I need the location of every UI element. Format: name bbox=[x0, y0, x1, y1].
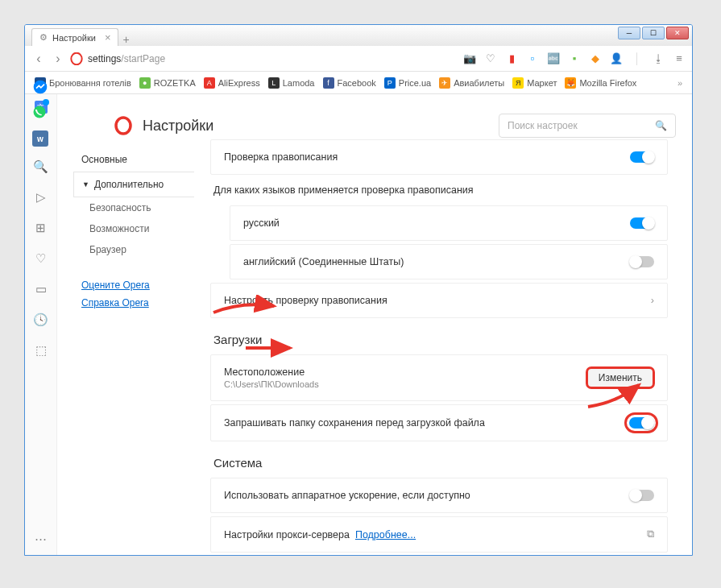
heart-icon[interactable]: ♡ bbox=[484, 52, 497, 65]
download-icon[interactable]: ⭳ bbox=[652, 52, 665, 65]
external-link-icon: ⧉ bbox=[647, 528, 654, 540]
close-icon[interactable]: × bbox=[105, 31, 111, 43]
toolbar-icons: 📷 ♡ ▮ ▫ 🔤 ▪ ◆ 👤 │ ⭳ ≡ bbox=[463, 52, 686, 65]
blocker-icon[interactable]: ▮ bbox=[505, 52, 518, 65]
lang-russian-toggle[interactable] bbox=[630, 217, 654, 229]
news-icon[interactable]: ▭ bbox=[33, 281, 49, 297]
sidebar-advanced[interactable]: ▼ Дополнительно bbox=[73, 172, 194, 197]
new-tab-button[interactable]: + bbox=[118, 33, 135, 46]
change-location-button[interactable]: Изменить bbox=[586, 367, 654, 388]
bookmark-favicon: 🦊 bbox=[565, 77, 576, 89]
hw-accel-row: Использовать аппаратное ускорение, если … bbox=[210, 478, 668, 513]
location-path: C:\Users\ПК\Downloads bbox=[224, 379, 319, 389]
location-label: Местоположение bbox=[224, 366, 319, 378]
bookmark-item[interactable]: PPrice.ua bbox=[381, 77, 434, 89]
bookmark-favicon: ● bbox=[139, 77, 151, 89]
settings-title: Настройки bbox=[114, 116, 213, 135]
proxy-row[interactable]: Настройки прокси-сервера Подробнее... ⧉ bbox=[210, 516, 668, 553]
bookmark-label: Lamoda bbox=[283, 78, 315, 88]
spellcheck-langs-label: Для каких языков применяется проверка пр… bbox=[210, 178, 668, 205]
tab-title: Настройки bbox=[52, 33, 96, 43]
bookmark-item[interactable]: LLamoda bbox=[265, 77, 318, 89]
camera-icon[interactable]: 📷 bbox=[463, 52, 476, 65]
history-icon[interactable]: 🕓 bbox=[33, 312, 49, 328]
system-heading: Система bbox=[213, 456, 668, 470]
setting-label: Использовать аппаратное ускорение, если … bbox=[224, 490, 470, 501]
speed-dial-icon[interactable]: ⊞ bbox=[33, 220, 49, 236]
menu-icon[interactable]: ≡ bbox=[673, 52, 686, 65]
chevron-down-icon: ▼ bbox=[82, 180, 89, 188]
download-location-row: Местоположение C:\Users\ПК\Downloads Изм… bbox=[210, 354, 668, 401]
bookmark-item[interactable]: fFacebook bbox=[320, 77, 379, 89]
divider: │ bbox=[631, 52, 644, 65]
maximize-button[interactable]: ☐ bbox=[642, 27, 665, 39]
bookmark-item[interactable]: ЯМаркет bbox=[509, 77, 560, 89]
sidebar-security[interactable]: Безопасность bbox=[81, 197, 194, 218]
address-bar: ‹ › settings/startPage 📷 ♡ ▮ ▫ 🔤 ▪ ◆ 👤 │… bbox=[25, 46, 692, 72]
help-opera-link[interactable]: Справка Opera bbox=[81, 294, 194, 312]
bookmarks-bar: BБронювання готелів ●ROZETKA AAliExpress… bbox=[25, 72, 692, 94]
bookmark-favicon: ✈ bbox=[439, 77, 450, 89]
search-placeholder: Поиск настроек bbox=[508, 120, 578, 131]
ext-icon-1[interactable]: ▪ bbox=[568, 52, 581, 65]
browser-window: ⚙ Настройки × + ─ ☐ ✕ ‹ › settings/start… bbox=[24, 24, 693, 556]
lang-english-toggle[interactable] bbox=[630, 256, 654, 267]
translate-icon[interactable]: 🔤 bbox=[547, 52, 560, 65]
bookmark-item[interactable]: 🦊Mozilla Firefox bbox=[561, 77, 640, 89]
opera-icon bbox=[70, 52, 83, 65]
bookmark-item[interactable]: ●ROZETKA bbox=[136, 77, 199, 89]
bookmark-item[interactable]: ✈Авиабилеты bbox=[436, 77, 508, 89]
sidebar-features[interactable]: Возможности bbox=[81, 218, 194, 239]
gear-icon: ⚙ bbox=[39, 33, 48, 43]
profile-icon[interactable]: 👤 bbox=[610, 52, 623, 65]
url-host: settings bbox=[88, 53, 121, 64]
hw-accel-toggle[interactable] bbox=[630, 490, 654, 501]
messenger-icon[interactable] bbox=[31, 77, 50, 97]
vk-icon[interactable]: w bbox=[32, 130, 48, 147]
heart-rail-icon[interactable]: ♡ bbox=[33, 251, 49, 267]
opera-logo-icon bbox=[114, 116, 133, 135]
rate-opera-link[interactable]: Оцените Opera bbox=[81, 276, 194, 294]
search-settings-input[interactable]: Поиск настроек 🔍 bbox=[499, 114, 676, 138]
tab-settings[interactable]: ⚙ Настройки × bbox=[31, 28, 118, 46]
flow-icon[interactable]: ▷ bbox=[33, 189, 49, 205]
whatsapp-icon[interactable] bbox=[32, 105, 48, 121]
bookmark-label: Mozilla Firefox bbox=[579, 78, 636, 88]
settings-main: Проверка правописания Для каких языков п… bbox=[194, 94, 692, 555]
downloads-heading: Загрузки bbox=[213, 333, 668, 346]
bookmark-label: ROZETKA bbox=[154, 78, 196, 88]
url-path: /startPage bbox=[121, 53, 165, 64]
settings-header: Настройки Поиск настроек 🔍 bbox=[81, 106, 692, 146]
bookmark-label: AliExpress bbox=[218, 78, 260, 88]
tab-strip: ⚙ Настройки × + bbox=[25, 25, 135, 46]
spellcheck-config-row[interactable]: Настроить проверку правописания › bbox=[210, 283, 668, 318]
setting-label: Настройки прокси-сервера bbox=[224, 529, 350, 540]
setting-label: русский bbox=[243, 217, 280, 229]
bookmark-label: Price.ua bbox=[399, 78, 431, 88]
minimize-button[interactable]: ─ bbox=[618, 27, 640, 39]
bookmarks-overflow[interactable]: » bbox=[674, 78, 686, 88]
ext-icon-2[interactable]: ◆ bbox=[589, 52, 602, 65]
settings-content: Основные ▼ Дополнительно Безопасность Во… bbox=[57, 94, 692, 555]
setting-label: английский (Соединенные Штаты) bbox=[243, 256, 404, 267]
ask-folder-toggle[interactable] bbox=[629, 417, 653, 429]
sidebar-browser[interactable]: Браузер bbox=[81, 239, 194, 260]
url-display[interactable]: settings/startPage bbox=[88, 53, 165, 64]
close-button[interactable]: ✕ bbox=[666, 27, 689, 39]
sidebar-basic[interactable]: Основные bbox=[81, 147, 194, 172]
bookmark-label: Авиабилеты bbox=[454, 78, 504, 88]
extensions-icon[interactable]: ⬚ bbox=[33, 342, 49, 358]
more-icon[interactable]: ⋯ bbox=[33, 531, 49, 547]
page-body: 文 + 🔍 ▷ ⊞ ♡ ▭ 🕓 ⬚ ⋯ Основные ▼ Дополните… bbox=[25, 94, 692, 555]
bookmark-item[interactable]: AAliExpress bbox=[201, 77, 263, 89]
svg-point-1 bbox=[116, 118, 131, 134]
ask-folder-row: Запрашивать папку сохранения перед загру… bbox=[210, 404, 668, 441]
titlebar: ⚙ Настройки × + ─ ☐ ✕ bbox=[25, 25, 692, 46]
svg-point-3 bbox=[34, 106, 46, 118]
search-icon[interactable]: 🔍 bbox=[33, 159, 49, 175]
back-button[interactable]: ‹ bbox=[31, 52, 46, 66]
forward-button[interactable]: › bbox=[51, 52, 65, 66]
vpn-icon[interactable]: ▫ bbox=[526, 52, 539, 65]
learn-more-link[interactable]: Подробнее... bbox=[355, 529, 416, 540]
spellcheck-toggle[interactable] bbox=[630, 151, 654, 163]
